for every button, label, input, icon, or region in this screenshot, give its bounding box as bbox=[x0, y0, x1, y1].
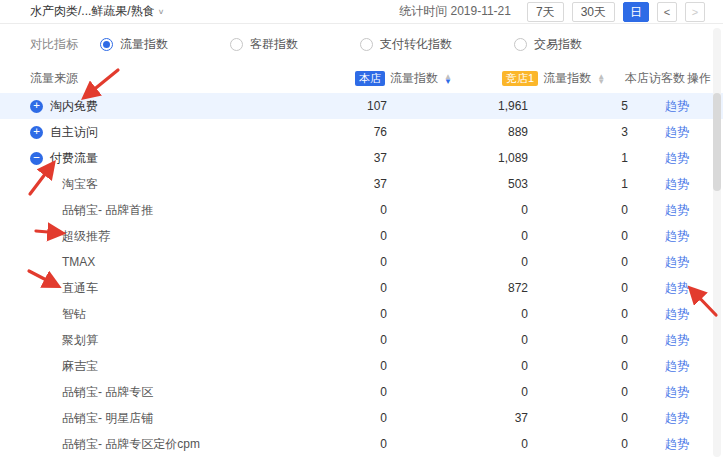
visitors-label: 本店访客数 bbox=[625, 70, 685, 87]
own-index-value: 0 bbox=[250, 255, 387, 269]
visitor-count: 0 bbox=[528, 255, 628, 269]
trend-link[interactable]: 趋势 bbox=[665, 99, 689, 113]
action-cell: 趋势 bbox=[628, 98, 712, 115]
table-row: 直通车 0 872 0 趋势 bbox=[0, 275, 723, 301]
own-index-value: 0 bbox=[250, 385, 387, 399]
source-cell: 麻吉宝 bbox=[0, 358, 250, 375]
trend-link[interactable]: 趋势 bbox=[665, 333, 689, 347]
own-index-value: 0 bbox=[250, 437, 387, 451]
action-cell: 趋势 bbox=[628, 254, 712, 271]
metric-radio[interactable]: 流量指数 bbox=[100, 36, 168, 53]
range-7d-button[interactable]: 7天 bbox=[527, 2, 564, 22]
source-cell: 品销宝- 明星店铺 bbox=[0, 410, 250, 427]
visitor-count: 0 bbox=[528, 229, 628, 243]
table-header: 流量来源 本店 流量指数 ▲▼ 竞店1 流量指数 ▲▼ 本店访客数 ▲▼ 操作 bbox=[0, 63, 723, 93]
source-cell: 品销宝- 品牌专区 bbox=[0, 384, 250, 401]
trend-link[interactable]: 趋势 bbox=[665, 411, 689, 425]
rival-index-value: 37 bbox=[387, 411, 528, 425]
scrollbar-thumb[interactable] bbox=[713, 93, 721, 191]
rival-index-value: 1,089 bbox=[387, 151, 528, 165]
trend-link[interactable]: 趋势 bbox=[665, 437, 689, 451]
header-own-index: 本店 流量指数 ▲▼ bbox=[355, 70, 452, 87]
header-source: 流量来源 bbox=[30, 70, 78, 87]
visitor-count: 0 bbox=[528, 333, 628, 347]
rival-index-value: 0 bbox=[387, 203, 528, 217]
category-selector[interactable]: 水产肉类/...鲜蔬果/熟食 ∨ bbox=[30, 3, 164, 20]
source-cell: 淘宝客 bbox=[0, 176, 250, 193]
rival-index-value: 0 bbox=[387, 437, 528, 451]
metric-radio[interactable]: 支付转化指数 bbox=[360, 36, 452, 53]
date-controls: 统计时间 2019-11-21 7天 30天 日 < > bbox=[399, 2, 705, 22]
metric-radio[interactable]: 交易指数 bbox=[514, 36, 582, 53]
visitor-count: 0 bbox=[528, 307, 628, 321]
own-index-label: 流量指数 bbox=[390, 70, 438, 87]
radio-label: 流量指数 bbox=[120, 36, 168, 53]
table-row: + 自主访问 76 889 3 趋势 bbox=[0, 119, 723, 145]
rival-index-value: 503 bbox=[387, 177, 528, 191]
rival-index-value: 0 bbox=[387, 385, 528, 399]
rival-index-value: 0 bbox=[387, 229, 528, 243]
table-row: 品销宝- 品牌专区定价cpm 0 0 0 趋势 bbox=[0, 431, 723, 457]
radio-label: 交易指数 bbox=[534, 36, 582, 53]
source-name: 自主访问 bbox=[50, 124, 98, 141]
table-row: + 淘内免费 107 1,961 5 趋势 bbox=[0, 93, 723, 119]
visitor-count: 0 bbox=[528, 359, 628, 373]
table-row: 品销宝- 品牌首推 0 0 0 趋势 bbox=[0, 197, 723, 223]
own-index-value: 37 bbox=[250, 151, 387, 165]
scrollbar-track[interactable] bbox=[713, 28, 721, 457]
action-cell: 趋势 bbox=[628, 410, 712, 427]
collapse-minus-icon[interactable]: − bbox=[30, 152, 43, 165]
own-index-value: 0 bbox=[250, 333, 387, 347]
action-cell: 趋势 bbox=[628, 150, 712, 167]
compare-metric-filter: 对比指标 流量指数客群指数支付转化指数交易指数 bbox=[0, 24, 723, 63]
action-cell: 趋势 bbox=[628, 202, 712, 219]
trend-link[interactable]: 趋势 bbox=[665, 281, 689, 295]
radio-icon bbox=[100, 38, 113, 51]
source-name: 品销宝- 品牌首推 bbox=[62, 202, 153, 219]
table-row: − 付费流量 37 1,089 1 趋势 bbox=[0, 145, 723, 171]
table-row: 麻吉宝 0 0 0 趋势 bbox=[0, 353, 723, 379]
own-index-value: 0 bbox=[250, 281, 387, 295]
trend-link[interactable]: 趋势 bbox=[665, 125, 689, 139]
range-day-button[interactable]: 日 bbox=[623, 2, 649, 22]
source-cell: − 付费流量 bbox=[0, 150, 250, 167]
own-index-value: 0 bbox=[250, 229, 387, 243]
visitor-count: 0 bbox=[528, 411, 628, 425]
trend-link[interactable]: 趋势 bbox=[665, 151, 689, 165]
trend-link[interactable]: 趋势 bbox=[665, 385, 689, 399]
action-cell: 趋势 bbox=[628, 280, 712, 297]
source-name: 品销宝- 品牌专区 bbox=[62, 384, 153, 401]
radio-icon bbox=[514, 38, 527, 51]
table-row: 品销宝- 明星店铺 0 37 0 趋势 bbox=[0, 405, 723, 431]
trend-link[interactable]: 趋势 bbox=[665, 177, 689, 191]
trend-link[interactable]: 趋势 bbox=[665, 307, 689, 321]
own-index-value: 0 bbox=[250, 203, 387, 217]
source-name: 直通车 bbox=[62, 280, 98, 297]
source-cell: 超级推荐 bbox=[0, 228, 250, 245]
source-name: 品销宝- 品牌专区定价cpm bbox=[62, 436, 200, 453]
source-name: 淘宝客 bbox=[62, 176, 98, 193]
own-index-value: 107 bbox=[250, 99, 387, 113]
filter-label: 对比指标 bbox=[30, 36, 78, 53]
expand-plus-icon[interactable]: + bbox=[30, 126, 43, 139]
next-day-button[interactable]: > bbox=[685, 2, 705, 22]
visitor-count: 5 bbox=[528, 99, 628, 113]
expand-plus-icon[interactable]: + bbox=[30, 100, 43, 113]
table-body: + 淘内免费 107 1,961 5 趋势 + 自主访问 76 889 3 趋势 bbox=[0, 93, 723, 457]
source-cell: + 淘内免费 bbox=[0, 98, 250, 115]
action-cell: 趋势 bbox=[628, 176, 712, 193]
metric-radio[interactable]: 客群指数 bbox=[230, 36, 298, 53]
action-cell: 趋势 bbox=[628, 436, 712, 453]
prev-day-button[interactable]: < bbox=[657, 2, 677, 22]
source-cell: 直通车 bbox=[0, 280, 250, 297]
rival-index-value: 0 bbox=[387, 359, 528, 373]
source-cell: 聚划算 bbox=[0, 332, 250, 349]
rival-index-value: 889 bbox=[387, 125, 528, 139]
range-30d-button[interactable]: 30天 bbox=[572, 2, 615, 22]
sort-rival-index[interactable]: ▲▼ bbox=[597, 74, 605, 84]
trend-link[interactable]: 趋势 bbox=[665, 229, 689, 243]
trend-link[interactable]: 趋势 bbox=[665, 255, 689, 269]
trend-link[interactable]: 趋势 bbox=[665, 203, 689, 217]
trend-link[interactable]: 趋势 bbox=[665, 359, 689, 373]
sort-own-index[interactable]: ▲▼ bbox=[444, 74, 452, 84]
